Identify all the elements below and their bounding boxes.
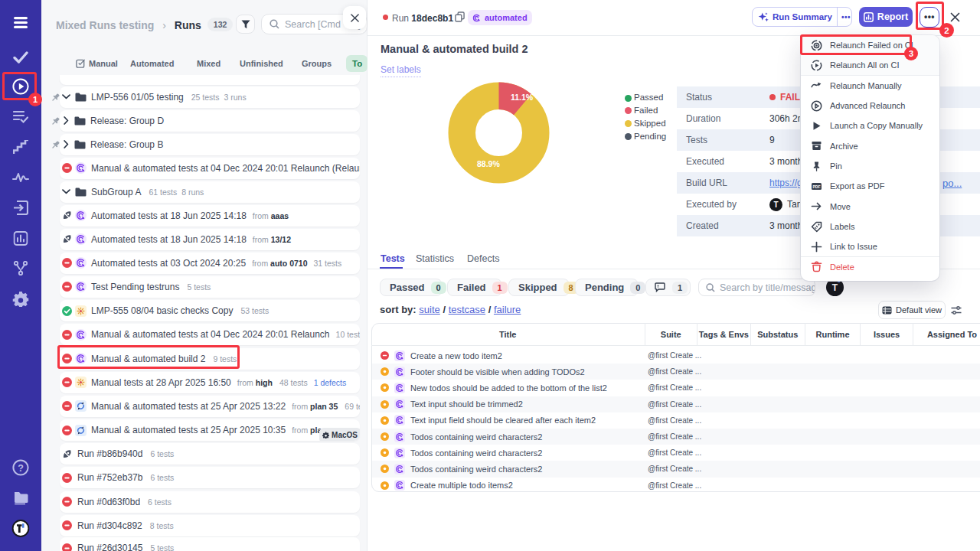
svg-text:11.1%: 11.1%	[511, 93, 534, 102]
svg-text:88.9%: 88.9%	[477, 159, 500, 168]
svg-text:?: ?	[18, 463, 24, 474]
svg-text:PDF: PDF	[813, 184, 821, 189]
